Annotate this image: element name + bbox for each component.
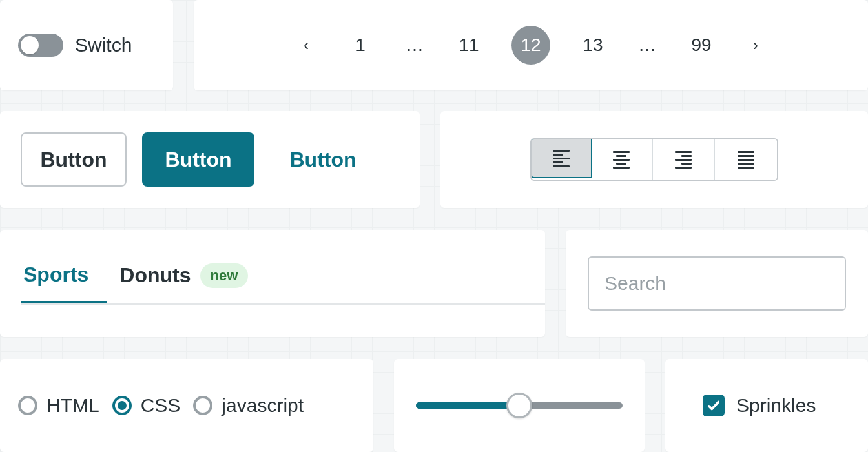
pagination-page-13[interactable]: 13: [581, 35, 604, 56]
tab-label: Sports: [23, 263, 88, 287]
button-outline[interactable]: Button: [21, 132, 127, 187]
switch-label: Switch: [75, 34, 132, 56]
search-panel: [566, 230, 868, 337]
tab-donuts[interactable]: Donuts new: [117, 263, 266, 305]
tab-sports[interactable]: Sports: [21, 263, 107, 305]
switch-panel: Switch: [0, 0, 173, 90]
tab-badge-new: new: [200, 263, 249, 288]
tabs-underline: [21, 303, 545, 305]
check-icon: [707, 398, 721, 413]
align-panel: [440, 111, 868, 208]
radio-panel: HTML CSS javascript: [0, 359, 373, 452]
radio-css[interactable]: CSS: [112, 395, 181, 416]
slider-fill: [416, 402, 519, 409]
search-input[interactable]: [589, 258, 846, 309]
slider-panel: [394, 359, 645, 452]
pagination-next[interactable]: ›: [744, 36, 767, 54]
checkbox-panel: Sprinkles: [665, 359, 868, 452]
align-center-icon: [613, 151, 630, 169]
pagination-ellipsis: …: [403, 35, 426, 56]
pagination-page-11[interactable]: 11: [457, 35, 480, 56]
pagination-page-99[interactable]: 99: [690, 35, 713, 56]
radio-indicator: [193, 396, 212, 415]
checkbox-label: Sprinkles: [736, 395, 816, 416]
align-right-icon: [675, 151, 692, 169]
button-text[interactable]: Button: [270, 132, 376, 187]
radio-html[interactable]: HTML: [18, 395, 99, 416]
radio-indicator: [18, 396, 37, 415]
pagination-page-current[interactable]: 12: [512, 26, 550, 65]
radio-label: CSS: [141, 395, 181, 416]
buttons-panel: Button Button Button: [0, 111, 420, 208]
align-left-icon: [553, 150, 570, 167]
align-right-button[interactable]: [653, 139, 715, 180]
search-group: [588, 256, 846, 311]
pagination-prev[interactable]: ‹: [294, 36, 318, 54]
button-primary[interactable]: Button: [142, 132, 254, 187]
switch-thumb: [21, 36, 39, 54]
switch[interactable]: Switch: [18, 34, 132, 57]
checkbox-sprinkles[interactable]: [703, 395, 725, 416]
tab-label: Donuts: [119, 263, 191, 287]
align-button-group: [530, 138, 778, 181]
align-left-button[interactable]: [530, 138, 592, 178]
slider[interactable]: [416, 402, 623, 409]
tabs-panel: Sports Donuts new: [0, 230, 545, 337]
pagination-panel: ‹ 1 … 11 12 13 … 99 ›: [194, 0, 868, 90]
tabs: Sports Donuts new: [21, 263, 545, 305]
pagination-ellipsis: …: [636, 35, 659, 56]
radio-javascript[interactable]: javascript: [193, 395, 304, 416]
pagination-page-1[interactable]: 1: [349, 35, 372, 56]
radio-label: HTML: [46, 395, 99, 416]
radio-indicator: [112, 396, 132, 415]
align-justify-button[interactable]: [715, 139, 777, 180]
align-center-button[interactable]: [591, 139, 653, 180]
radio-label: javascript: [222, 395, 304, 416]
slider-thumb[interactable]: [506, 393, 532, 418]
pagination: ‹ 1 … 11 12 13 … 99 ›: [294, 26, 767, 65]
align-justify-icon: [738, 151, 754, 169]
switch-track: [18, 34, 63, 57]
